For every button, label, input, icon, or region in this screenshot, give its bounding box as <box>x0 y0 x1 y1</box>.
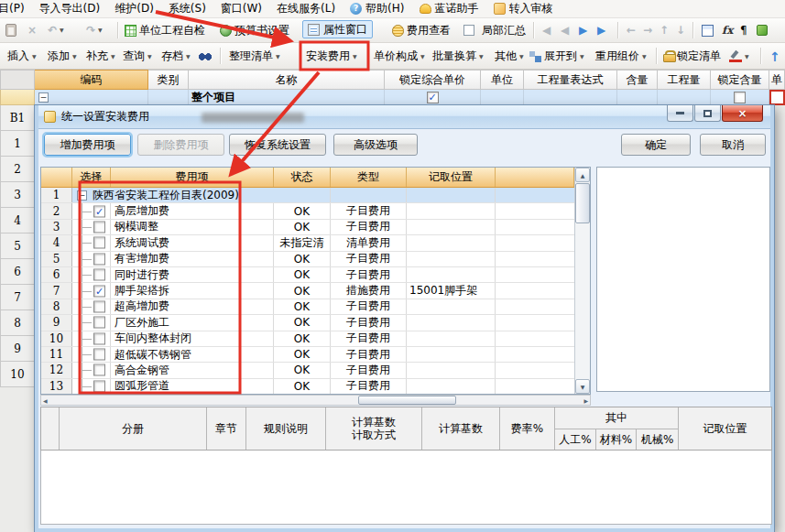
archive-button[interactable]: 存档▼ <box>161 48 191 65</box>
fee-item-checkbox[interactable] <box>93 237 105 249</box>
fee-table-row[interactable]: 6同时进行费OK子目费用 <box>41 267 574 283</box>
grid-selected-cell[interactable] <box>769 90 785 105</box>
fee-header-position[interactable]: 记取位置 <box>407 168 496 187</box>
fee-table-row[interactable]: 8超高增加费OK子目费用 <box>41 299 574 315</box>
menu-system[interactable]: 系统(S) <box>161 0 213 18</box>
fee-header-item[interactable]: 费用项 <box>111 168 274 187</box>
fee-item-checkbox[interactable] <box>93 349 105 361</box>
maximize-button[interactable] <box>694 105 721 122</box>
scroll-up-button[interactable]: ▲ <box>575 168 590 182</box>
fee-table-row[interactable]: 1−陕西省安装工程价目表(2009) <box>41 188 574 203</box>
insert-button[interactable]: 插入▼ <box>7 48 37 65</box>
grid-header-unit-price-clipped[interactable]: 单 <box>769 70 785 90</box>
fee-item-name[interactable]: 钢模调整 <box>111 220 274 234</box>
grid-header-content[interactable]: 含量 <box>617 70 658 90</box>
grid-row-number[interactable]: 3 <box>0 182 35 208</box>
format-painter-button[interactable]: ▼ <box>729 48 749 65</box>
fee-item-checkbox[interactable] <box>93 300 105 312</box>
fee-table-row[interactable]: 2✓高层增加费OK子目费用 <box>41 203 574 219</box>
grid-header-unit[interactable]: 单位 <box>481 70 524 90</box>
fee-row-number[interactable]: 11 <box>41 347 72 362</box>
grid-category-cell[interactable] <box>148 90 189 105</box>
fee-view-checkbox[interactable] <box>463 21 474 39</box>
grid-row-number[interactable]: 4 <box>0 208 35 233</box>
lock-list-button[interactable]: 锁定清单 <box>663 48 721 65</box>
grid-corner-cell[interactable] <box>0 70 35 90</box>
grid-quantity-cell[interactable] <box>658 90 711 105</box>
grid-content-cell[interactable] <box>617 90 658 105</box>
rule-header-position[interactable]: 记取位置 <box>679 407 771 450</box>
grid-header-lock-unit-price[interactable]: 锁定综合单价 <box>385 70 481 90</box>
fee-table-row[interactable]: 12高合金钢管OK子目费用 <box>41 363 574 378</box>
fee-item-name[interactable]: 系统调试费 <box>111 235 274 250</box>
batch-convert-button[interactable]: 批量换算▼ <box>432 48 484 65</box>
fee-row-number[interactable]: 3 <box>41 220 72 234</box>
restore-system-settings-button[interactable]: 恢复系统设置 <box>229 134 326 156</box>
grid-quantity-expression-cell[interactable] <box>524 90 617 105</box>
grid-row-number[interactable]: 6 <box>0 259 35 285</box>
fee-table-row[interactable]: 11超低碳不锈钢管OK子目费用 <box>41 347 574 363</box>
organize-list-button[interactable]: 整理清单▼ <box>229 48 280 65</box>
add-button[interactable]: 添加▼ <box>48 48 77 65</box>
ok-button[interactable]: 确定 <box>621 134 691 156</box>
grid-unit-cell[interactable] <box>481 90 524 105</box>
rule-header-machine[interactable]: 机械% <box>637 429 678 450</box>
calculator-button[interactable] <box>702 21 714 39</box>
fee-item-name[interactable]: 超低碳不锈钢管 <box>111 347 274 362</box>
advanced-options-button[interactable]: 高级选项 <box>333 134 418 156</box>
pilcrow-button[interactable]: ¶ <box>740 21 747 39</box>
fee-row-number[interactable]: 4 <box>41 235 72 250</box>
grid-row-header-cell[interactable] <box>0 90 35 105</box>
fee-row-number[interactable]: 9 <box>41 315 72 330</box>
menu-online-service[interactable]: 在线服务(L) <box>269 0 343 18</box>
reuse-pricing-button[interactable]: 重用组价▼ <box>595 48 647 65</box>
fee-row-number[interactable]: 12 <box>41 363 72 377</box>
grid-row-number[interactable]: B1 <box>0 105 35 131</box>
add-fee-item-button[interactable]: 增加费用项 <box>44 134 131 156</box>
lock-unit-price-checkbox[interactable]: ✓ <box>427 92 439 103</box>
fee-item-name[interactable]: 车间内整体封闭 <box>111 331 274 346</box>
rule-header-labor[interactable]: 人工% <box>555 429 596 450</box>
menu-project[interactable]: 目(P) <box>0 0 32 18</box>
budget-settings-button[interactable]: 预算书设置 <box>220 21 289 39</box>
lock-content-checkbox[interactable] <box>734 92 746 103</box>
fee-row-number[interactable]: 13 <box>41 379 72 394</box>
unit-price-composition-button[interactable]: 单价构成▼ <box>374 48 425 65</box>
grid-lock-content-cell[interactable] <box>711 90 769 105</box>
minimize-button[interactable] <box>667 105 693 122</box>
paste-button[interactable] <box>5 21 16 39</box>
grid-row-number[interactable]: 10 <box>0 362 35 387</box>
install-fee-button[interactable]: 安装费用▼ <box>306 48 357 65</box>
grid-code-cell[interactable]: − <box>35 90 148 105</box>
dialog-title-bar[interactable]: 统一设置安装费用 × <box>38 105 770 129</box>
formula-button[interactable]: fx <box>722 21 733 39</box>
fee-item-name[interactable]: 圆弧形管道 <box>111 379 274 394</box>
grid-header-quantity[interactable]: 工程量 <box>658 70 711 90</box>
fee-row-number[interactable]: 8 <box>41 299 72 314</box>
fee-item-checkbox[interactable] <box>93 253 105 265</box>
grid-header-category[interactable]: 类别 <box>148 70 189 90</box>
menu-window[interactable]: 窗口(W) <box>213 0 269 18</box>
rule-header-rule-desc[interactable]: 规则说明 <box>246 407 326 450</box>
fee-table-row[interactable]: 3钢模调整OK子目费用 <box>41 220 574 235</box>
fee-item-checkbox[interactable] <box>93 364 105 376</box>
fee-view-button[interactable]: 费用查看 <box>392 21 451 39</box>
scroll-down-button[interactable]: ▼ <box>575 379 590 394</box>
fee-header-select[interactable]: 选择 <box>72 168 111 187</box>
fee-item-name[interactable]: 高层增加费 <box>111 203 274 218</box>
fee-item-checkbox[interactable]: ✓ <box>93 285 105 297</box>
menu-transfer-audit[interactable]: 转入审核 <box>486 0 561 18</box>
cube-button[interactable] <box>757 21 768 39</box>
grid-lock-unit-price-cell[interactable]: ✓ <box>385 90 481 105</box>
fee-item-checkbox[interactable] <box>93 269 105 281</box>
fee-table-row[interactable]: 5有害增加费OK子目费用 <box>41 252 574 267</box>
fee-row-number[interactable]: 2 <box>41 203 72 218</box>
fee-item-name[interactable]: 高合金钢管 <box>111 363 274 377</box>
grid-row-number[interactable]: 2 <box>0 157 35 182</box>
query-button[interactable]: 查询▼ <box>123 48 152 65</box>
rule-header-rate[interactable]: 费率% <box>500 407 555 450</box>
expand-to-button[interactable]: 展开到▼ <box>529 48 584 65</box>
move-up-button[interactable]: ↑ <box>660 21 669 39</box>
fee-row-number[interactable]: 5 <box>41 252 72 266</box>
grid-row-number[interactable]: 9 <box>0 336 35 362</box>
